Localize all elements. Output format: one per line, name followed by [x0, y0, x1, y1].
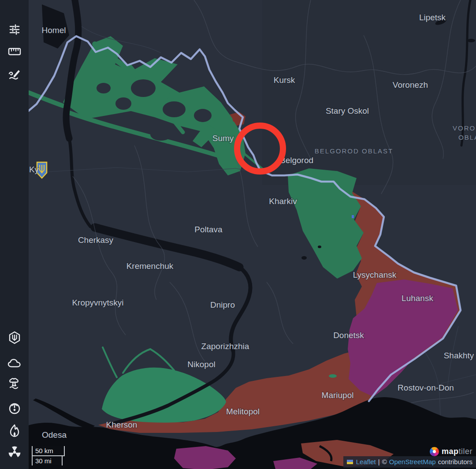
map-label-lipetsk: Lipetsk [419, 13, 446, 22]
radiation-layer-button[interactable] [7, 444, 22, 460]
scale-mi: 30 mi [32, 456, 63, 465]
map-canvas[interactable]: HomelLipetskKurskVoronezhStary OskolSumy… [29, 0, 476, 469]
map-label-mariupol: Mariupol [322, 391, 354, 400]
siren-icon [8, 402, 21, 415]
mushroom-cloud-icon [8, 377, 21, 391]
leaflet-link[interactable]: Leaflet [356, 458, 376, 465]
maptiler-word-tiler: tiler [458, 447, 472, 456]
trident-layer-button[interactable] [7, 330, 22, 346]
attribution-separator: | [378, 458, 380, 465]
map-label-donetsk: Donetsk [333, 331, 364, 340]
scale-km: 50 km [32, 446, 65, 456]
map-label-rostov-on-don: Rostov-on-Don [398, 383, 454, 392]
map-label-kharkiv: Kharkiv [269, 197, 297, 206]
map-label-melitopol: Melitopol [226, 407, 260, 416]
map-label-sumy: Sumy [212, 134, 234, 143]
weather-layer-button[interactable] [7, 355, 22, 371]
map-label-kropyvnytskyi: Kropyvnytskyi [72, 298, 123, 307]
ruler-icon [8, 47, 21, 56]
map-label-luhansk: Luhansk [402, 294, 433, 303]
map-label-dnipro: Dnipro [210, 300, 235, 309]
map-label-homel: Homel [42, 26, 66, 35]
liberated-nikopol-bit [329, 374, 337, 378]
left-toolbar [0, 0, 29, 469]
map-label-kremenchuk: Kremenchuk [126, 261, 174, 271]
fires-layer-button[interactable] [7, 423, 22, 439]
map-label-belgorod-oblast: BELGOROD OBLAST [315, 147, 393, 155]
map-label-lysychansk: Lysychansk [353, 270, 397, 279]
map-label-odesa: Odesa [42, 430, 67, 439]
flame-icon [9, 424, 20, 437]
draw-button[interactable] [7, 66, 22, 82]
map-label-zaporizhzhia: Zaporizhzhia [201, 342, 249, 351]
radiation-icon [8, 446, 21, 459]
map-label-kursk: Kursk [274, 75, 295, 85]
map-label-cherkasy: Cherkasy [78, 235, 114, 245]
map-label-nikopol: Nikopol [187, 360, 215, 369]
map-label-voronezh: Voronezh [393, 80, 428, 89]
layers-settings-button[interactable] [7, 21, 22, 37]
map-label-kherson: Kherson [106, 420, 138, 429]
measure-button[interactable] [7, 44, 22, 60]
maptiler-logo[interactable]: maptiler [430, 447, 472, 456]
map-label-kyiv: Ky [29, 165, 39, 174]
ukraine-flag-icon [347, 460, 353, 464]
map-label-belgorod: Belgorod [280, 156, 313, 165]
map-label-voronezh-oblast-1: VORONEZH [453, 124, 476, 132]
air-alert-layer-button[interactable] [7, 400, 22, 416]
maptiler-word-map: map [442, 447, 459, 456]
attribution-copyright: © [382, 458, 387, 465]
map-label-poltava: Poltava [194, 225, 223, 234]
map-label-stary-oskol: Stary Oskol [326, 106, 369, 115]
openstreetmap-link[interactable]: OpenStreetMap [389, 458, 436, 465]
attribution-bar: Leaflet | © OpenStreetMap contributors [343, 456, 476, 468]
cloud-icon [7, 358, 22, 368]
draw-icon [8, 67, 21, 81]
sliders-icon [8, 23, 21, 35]
maptiler-swirl-icon [430, 447, 439, 456]
map-label-shakhty: Shakhty [444, 351, 474, 360]
attribution-suffix: contributors [438, 458, 472, 465]
trident-shield-icon [8, 331, 21, 344]
map-label-voronezh-oblast-2: OBLAST [458, 134, 476, 141]
explosion-layer-button[interactable] [7, 376, 22, 392]
poi-blue-marker [352, 215, 354, 218]
map-application: HomelLipetskKurskVoronezhStary OskolSumy… [0, 0, 476, 469]
scale-control: 50 km 30 mi [32, 446, 65, 465]
